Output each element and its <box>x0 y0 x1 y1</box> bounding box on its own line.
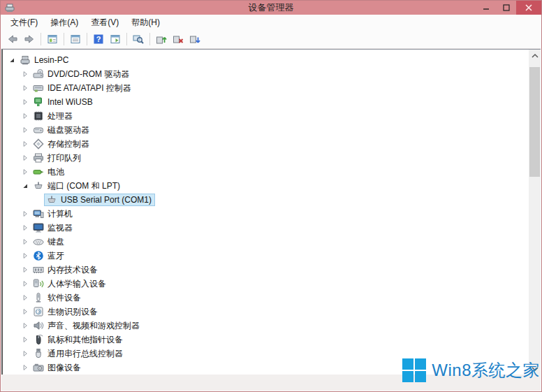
ide-controller-icon <box>33 82 44 94</box>
tree-item-keyboards[interactable]: 键盘 <box>3 235 529 249</box>
tree-item-ide-ata-atapi-controllers[interactable]: IDE ATA/ATAPI 控制器 <box>3 81 529 95</box>
tree-item-label: 监视器 <box>47 222 73 234</box>
tree-item-storage-controllers[interactable]: 存储控制器 <box>3 137 529 151</box>
collapsed-expander-icon[interactable] <box>20 264 31 275</box>
maximize-button[interactable] <box>496 1 516 15</box>
tree-item-content[interactable]: 声音、视频和游戏控制器 <box>31 319 143 332</box>
tree-item-content[interactable]: 监视器 <box>31 222 76 234</box>
tree-item-label: 生物识别设备 <box>47 306 98 318</box>
tree-item-computer-root[interactable]: Lesin-PC <box>3 53 529 67</box>
collapsed-expander-icon[interactable] <box>20 362 31 373</box>
tree-item-content[interactable]: USB Serial Port (COM1) <box>44 194 155 206</box>
expanded-expander-icon[interactable] <box>20 180 31 191</box>
tree-item-content[interactable]: 通用串行总线控制器 <box>31 347 126 360</box>
tree-item-usb-serial-port-com1[interactable]: USB Serial Port (COM1) <box>3 193 529 207</box>
tree-item-content[interactable]: DVD/CD-ROM 驱动器 <box>31 68 133 80</box>
tree-item-sound-video-game-controllers[interactable]: 声音、视频和游戏控制器 <box>3 319 529 333</box>
collapsed-expander-icon[interactable] <box>20 110 31 122</box>
tree-item-content[interactable]: 人体学输入设备 <box>31 277 110 290</box>
tree-item-disk-drives[interactable]: 磁盘驱动器 <box>3 123 529 137</box>
help-button[interactable]: ? <box>90 31 107 47</box>
collapsed-expander-icon[interactable] <box>20 152 31 164</box>
collapsed-expander-icon[interactable] <box>20 348 31 359</box>
properties-button[interactable] <box>67 31 84 47</box>
tree-item-label: IDE ATA/ATAPI 控制器 <box>47 82 131 94</box>
collapsed-expander-icon[interactable] <box>20 236 31 247</box>
tree-item-content[interactable]: 键盘 <box>31 235 68 248</box>
collapsed-expander-icon[interactable] <box>20 292 31 303</box>
collapsed-expander-icon[interactable] <box>20 96 31 108</box>
tree-item-intel-wiusb[interactable]: Intel WiUSB <box>3 95 529 109</box>
uninstall-device-button[interactable] <box>170 31 186 47</box>
forward-arrow-icon <box>24 34 35 45</box>
toolbar-separator <box>64 33 64 45</box>
tree-item-content[interactable]: 处理器 <box>31 110 76 122</box>
action-pane-button[interactable] <box>107 31 124 47</box>
collapsed-expander-icon[interactable] <box>20 250 31 261</box>
tree-item-content[interactable]: 端口 (COM 和 LPT) <box>31 180 124 192</box>
collapsed-expander-icon[interactable] <box>20 82 31 94</box>
tree-item-biometric-devices[interactable]: 生物识别设备 <box>3 305 529 319</box>
tree-item-memory-technology-devices[interactable]: 内存技术设备 <box>3 263 529 277</box>
tree-item-computers[interactable]: 计算机 <box>3 207 529 221</box>
collapsed-expander-icon[interactable] <box>20 222 31 233</box>
collapsed-expander-icon[interactable] <box>20 138 31 150</box>
collapsed-expander-icon[interactable] <box>20 278 31 289</box>
tree-item-content[interactable]: 内存技术设备 <box>31 263 101 276</box>
expanded-expander-icon[interactable] <box>6 55 17 66</box>
tree-item-print-queues[interactable]: 打印队列 <box>3 151 529 165</box>
tree-item-content[interactable]: 蓝牙 <box>31 249 68 262</box>
tree-item-content[interactable]: 存储控制器 <box>31 138 93 150</box>
back-arrow-icon <box>7 34 18 45</box>
collapsed-expander-icon[interactable] <box>20 68 31 80</box>
tree-item-content[interactable]: Intel WiUSB <box>31 96 96 108</box>
tree-item-label: 图像设备 <box>47 362 81 374</box>
collapsed-expander-icon[interactable] <box>20 334 31 345</box>
forward-button[interactable] <box>21 31 38 47</box>
scan-for-changes-button[interactable] <box>186 31 203 47</box>
tree-item-content[interactable]: 生物识别设备 <box>31 305 101 318</box>
scrollbar-thumb[interactable] <box>529 67 540 177</box>
tree-item-content[interactable]: 软件设备 <box>31 291 85 304</box>
tree-item-content[interactable]: 图像设备 <box>31 361 85 374</box>
tree-item-content[interactable]: 磁盘驱动器 <box>31 124 93 136</box>
menu-view[interactable]: 查看(V) <box>85 15 125 31</box>
tree-item-content[interactable]: 打印队列 <box>31 152 85 164</box>
device-tree: Lesin-PCDVD/CD-ROM 驱动器IDE ATA/ATAPI 控制器I… <box>3 50 529 375</box>
menu-file[interactable]: 文件(F) <box>4 15 44 31</box>
collapsed-expander-icon[interactable] <box>20 320 31 331</box>
update-driver-button[interactable] <box>153 31 170 47</box>
tree-item-processors[interactable]: 处理器 <box>3 109 529 123</box>
tree-item-mice-and-pointing-devices[interactable]: 鼠标和其他指针设备 <box>3 333 529 347</box>
collapsed-expander-icon[interactable] <box>20 166 31 177</box>
collapsed-expander-icon[interactable] <box>20 124 31 136</box>
tree-item-dvd-cd-rom-drives[interactable]: DVD/CD-ROM 驱动器 <box>3 67 529 81</box>
scroll-up-icon[interactable] <box>529 50 541 61</box>
back-button[interactable] <box>4 31 21 47</box>
dvd-drive-icon <box>33 68 44 80</box>
menu-help[interactable]: 帮助(H) <box>125 15 166 31</box>
menu-action[interactable]: 操作(A) <box>44 15 85 31</box>
tree-item-software-devices[interactable]: 软件设备 <box>3 291 529 305</box>
tree-item-content[interactable]: IDE ATA/ATAPI 控制器 <box>31 82 135 94</box>
vertical-scrollbar[interactable] <box>529 50 541 375</box>
minimize-button[interactable] <box>476 1 496 15</box>
help-icon: ? <box>93 34 104 45</box>
tree-item-bluetooth[interactable]: 蓝牙 <box>3 249 529 263</box>
tree-item-content[interactable]: 电池 <box>31 166 68 178</box>
close-button[interactable] <box>516 1 541 15</box>
menu-bar: 文件(F) 操作(A) 查看(V) 帮助(H) <box>1 15 541 30</box>
scan-hardware-button[interactable] <box>130 31 147 47</box>
windows-logo-icon <box>402 358 426 382</box>
show-console-tree-button[interactable] <box>44 31 61 47</box>
tree-item-content[interactable]: 鼠标和其他指针设备 <box>31 333 126 346</box>
collapsed-expander-icon[interactable] <box>20 208 31 219</box>
tree-item-label: 声音、视频和游戏控制器 <box>47 320 140 332</box>
tree-item-ports-com-lpt[interactable]: 端口 (COM 和 LPT) <box>3 179 529 193</box>
tree-item-human-interface-devices[interactable]: 人体学输入设备 <box>3 277 529 291</box>
tree-item-monitors[interactable]: 监视器 <box>3 221 529 235</box>
tree-item-content[interactable]: Lesin-PC <box>17 54 72 66</box>
tree-item-content[interactable]: 计算机 <box>31 208 76 220</box>
tree-item-batteries[interactable]: 电池 <box>3 165 529 179</box>
collapsed-expander-icon[interactable] <box>20 306 31 317</box>
